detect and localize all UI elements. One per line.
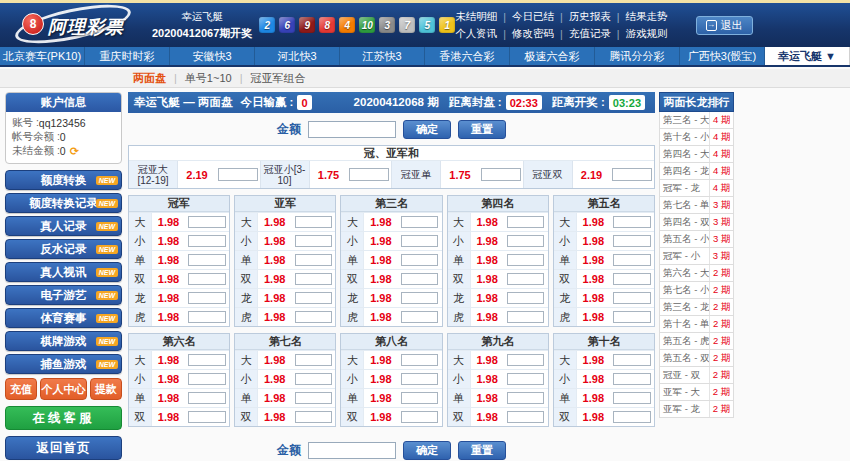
bet-amount-input[interactable] xyxy=(401,392,439,404)
confirm-button-top[interactable]: 确定 xyxy=(403,120,451,139)
bet-amount-input[interactable] xyxy=(295,235,333,247)
nav-tab[interactable]: 香港六合彩 xyxy=(425,47,510,65)
back-home-button[interactable]: 返回首页 xyxy=(5,436,122,460)
nav-tab[interactable]: 北京赛车(PK10) xyxy=(0,47,85,65)
nav-tab[interactable]: 河北快3 xyxy=(255,47,340,65)
reset-button-top[interactable]: 重置 xyxy=(458,120,506,139)
online-service-button[interactable]: 在线客服 xyxy=(5,406,122,430)
site-logo[interactable]: 8 阿理彩票 xyxy=(0,3,148,47)
bet-amount-input[interactable] xyxy=(401,216,439,228)
bet-amount-input[interactable] xyxy=(507,354,545,366)
reset-button-bottom[interactable]: 重置 xyxy=(458,441,506,460)
bet-row: 大1.98 xyxy=(129,212,229,231)
bet-amount-input[interactable] xyxy=(295,292,333,304)
sidebar-menu-item[interactable]: 捕鱼游戏NEW xyxy=(5,354,122,374)
bet-amount-input[interactable] xyxy=(295,273,333,285)
bet-amount-input[interactable] xyxy=(507,292,545,304)
header-link[interactable]: 游戏规则 xyxy=(626,27,668,41)
bet-amount-input[interactable] xyxy=(295,254,333,266)
subnav-item[interactable]: 两面盘 xyxy=(133,71,166,86)
header-link[interactable]: 今日已结 xyxy=(512,10,554,24)
bet-amount-input[interactable] xyxy=(613,273,651,285)
bet-amount-input[interactable] xyxy=(507,216,545,228)
amount-input-bottom[interactable] xyxy=(308,442,396,459)
bet-amount-input[interactable] xyxy=(613,292,651,304)
sidebar-menu-item[interactable]: 体育赛事NEW xyxy=(5,308,122,328)
subnav-item[interactable]: 单号1~10 xyxy=(185,71,232,86)
bet-amount-input[interactable] xyxy=(613,311,651,323)
quick-button[interactable]: 充值 xyxy=(5,378,37,400)
bet-amount-input[interactable] xyxy=(401,292,439,304)
nav-tab[interactable]: 安徽快3 xyxy=(170,47,255,65)
sidebar-menu-item[interactable]: 额度转换记录NEW xyxy=(5,193,122,213)
bet-amount-input[interactable] xyxy=(295,373,333,385)
refresh-icon[interactable]: ⟳ xyxy=(70,145,79,158)
bet-amount-input[interactable] xyxy=(507,411,545,423)
bet-amount-input[interactable] xyxy=(401,411,439,423)
bet-amount-input[interactable] xyxy=(613,411,651,423)
logout-button[interactable]: → 退出 xyxy=(696,16,753,35)
quick-button[interactable]: 提款 xyxy=(90,378,122,400)
bet-amount-input[interactable] xyxy=(401,354,439,366)
bet-amount-input[interactable] xyxy=(401,311,439,323)
bet-amount-input[interactable] xyxy=(295,411,333,423)
header-link[interactable]: 充值记录 xyxy=(569,27,611,41)
bet-odds: 1.98 xyxy=(577,308,610,326)
bet-amount-input[interactable] xyxy=(188,254,226,266)
sidebar-menu-item[interactable]: 反水记录NEW xyxy=(5,239,122,259)
bet-amount-input[interactable] xyxy=(188,216,226,228)
confirm-button-bottom[interactable]: 确定 xyxy=(403,441,451,460)
bet-amount-input[interactable] xyxy=(188,311,226,323)
nav-tab[interactable]: 广西快3(骰宝) xyxy=(680,47,765,65)
bet-amount-input[interactable] xyxy=(188,235,226,247)
nav-tab[interactable]: 腾讯分分彩 xyxy=(595,47,680,65)
bet-amount-input[interactable] xyxy=(401,235,439,247)
sidebar-menu-item[interactable]: 额度转换NEW xyxy=(5,170,122,190)
sidebar-menu-item[interactable]: 棋牌游戏NEW xyxy=(5,331,122,351)
bet-amount-input[interactable] xyxy=(507,392,545,404)
bet-amount-input[interactable] xyxy=(188,392,226,404)
header-link[interactable]: 修改密码 xyxy=(512,27,554,41)
bet-amount-input[interactable] xyxy=(507,254,545,266)
bet-amount-input[interactable] xyxy=(613,354,651,366)
header-link[interactable]: 未结明细 xyxy=(455,10,497,24)
bet-amount-input[interactable] xyxy=(612,168,652,181)
sidebar-menu-item[interactable]: 电子游艺NEW xyxy=(5,285,122,305)
bet-amount-input[interactable] xyxy=(188,373,226,385)
bet-amount-input[interactable] xyxy=(295,311,333,323)
bet-amount-input[interactable] xyxy=(481,168,521,181)
bet-amount-input[interactable] xyxy=(188,273,226,285)
bet-amount-input[interactable] xyxy=(295,392,333,404)
nav-tab[interactable]: 重庆时时彩 xyxy=(85,47,170,65)
bet-amount-input[interactable] xyxy=(507,273,545,285)
bet-amount-input[interactable] xyxy=(613,392,651,404)
bet-amount-input[interactable] xyxy=(295,216,333,228)
bet-amount-input[interactable] xyxy=(401,254,439,266)
bet-amount-input[interactable] xyxy=(349,168,389,181)
header-link[interactable]: 个人资讯 xyxy=(455,27,497,41)
bet-amount-input[interactable] xyxy=(613,216,651,228)
bet-amount-input[interactable] xyxy=(613,235,651,247)
bet-amount-input[interactable] xyxy=(218,168,258,181)
header-link[interactable]: 历史报表 xyxy=(569,10,611,24)
bet-amount-input[interactable] xyxy=(613,254,651,266)
nav-tab[interactable]: 江苏快3 xyxy=(340,47,425,65)
nav-tab-active[interactable]: 幸运飞艇 ▼ xyxy=(765,47,850,65)
bet-amount-input[interactable] xyxy=(188,354,226,366)
bet-amount-input[interactable] xyxy=(295,354,333,366)
bet-amount-input[interactable] xyxy=(507,235,545,247)
amount-input-top[interactable] xyxy=(308,121,396,138)
bet-amount-input[interactable] xyxy=(613,373,651,385)
bet-amount-input[interactable] xyxy=(401,273,439,285)
bet-amount-input[interactable] xyxy=(401,373,439,385)
sidebar-menu-item[interactable]: 真人视讯NEW xyxy=(5,262,122,282)
nav-tab[interactable]: 极速六合彩 xyxy=(510,47,595,65)
sidebar-menu-item[interactable]: 真人记录NEW xyxy=(5,216,122,236)
bet-amount-input[interactable] xyxy=(507,311,545,323)
bet-amount-input[interactable] xyxy=(507,373,545,385)
quick-button[interactable]: 个人中心 xyxy=(40,378,87,400)
header-link[interactable]: 结果走势 xyxy=(626,10,668,24)
bet-amount-input[interactable] xyxy=(188,292,226,304)
subnav-item[interactable]: 冠亚军组合 xyxy=(251,71,306,86)
bet-amount-input[interactable] xyxy=(188,411,226,423)
